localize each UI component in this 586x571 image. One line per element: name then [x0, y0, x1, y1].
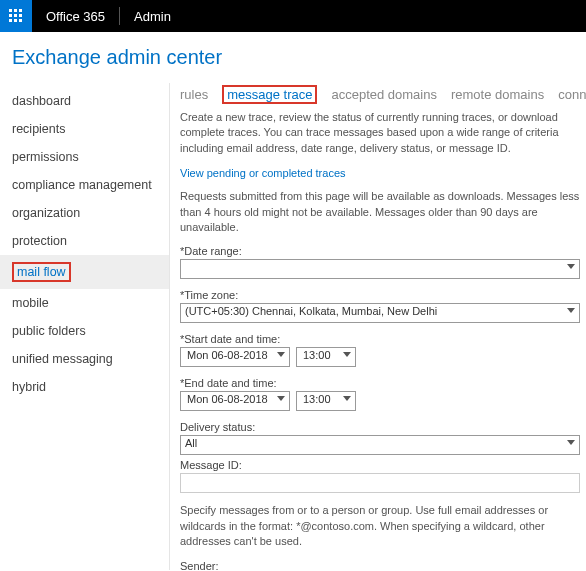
time-zone-value: (UTC+05:30) Chennai, Kolkata, Mumbai, Ne…	[185, 305, 437, 317]
description-text: Create a new trace, review the status of…	[180, 110, 586, 156]
tab-connectors[interactable]: connec	[558, 87, 586, 102]
chevron-down-icon	[343, 352, 351, 357]
start-time-value: 13:00	[303, 349, 331, 361]
delivery-status-label: Delivery status:	[180, 421, 580, 433]
end-time-value: 13:00	[303, 393, 331, 405]
chevron-down-icon	[567, 308, 575, 313]
sidebar: dashboard recipients permissions complia…	[0, 83, 170, 570]
svg-rect-7	[14, 19, 17, 22]
delivery-status-value: All	[185, 437, 197, 449]
end-date-value: Mon 06-08-2018	[187, 393, 268, 405]
filter-note: Specify messages from or to a person or …	[180, 503, 580, 549]
waffle-icon	[9, 9, 23, 23]
chevron-down-icon	[567, 440, 575, 445]
start-time-select[interactable]: 13:00	[296, 347, 356, 367]
delivery-status-select[interactable]: All	[180, 435, 580, 455]
time-zone-label: *Time zone:	[180, 289, 580, 301]
tab-rules[interactable]: rules	[180, 87, 208, 102]
message-id-input[interactable]	[180, 473, 580, 493]
chevron-down-icon	[567, 264, 575, 269]
sidebar-item-public-folders[interactable]: public folders	[0, 317, 169, 345]
end-date-select[interactable]: Mon 06-08-2018	[180, 391, 290, 411]
start-datetime-label: *Start date and time:	[180, 333, 580, 345]
chevron-down-icon	[343, 396, 351, 401]
date-range-label: *Date range:	[180, 245, 580, 257]
end-time-select[interactable]: 13:00	[296, 391, 356, 411]
message-id-label: Message ID:	[180, 459, 580, 471]
app-launcher-button[interactable]	[0, 0, 32, 32]
sidebar-item-unified-messaging[interactable]: unified messaging	[0, 345, 169, 373]
sidebar-item-organization[interactable]: organization	[0, 199, 169, 227]
chevron-down-icon	[277, 352, 285, 357]
svg-rect-8	[19, 19, 22, 22]
tab-message-trace[interactable]: message trace	[222, 85, 317, 104]
sender-label: Sender:	[180, 560, 580, 570]
page-title: Exchange admin center	[0, 32, 586, 83]
view-pending-link[interactable]: View pending or completed traces	[180, 167, 346, 179]
start-date-value: Mon 06-08-2018	[187, 349, 268, 361]
app-label: Admin	[120, 9, 185, 24]
tab-remote-domains[interactable]: remote domains	[451, 87, 544, 102]
svg-rect-4	[14, 14, 17, 17]
sidebar-item-mobile[interactable]: mobile	[0, 289, 169, 317]
time-zone-select[interactable]: (UTC+05:30) Chennai, Kolkata, Mumbai, Ne…	[180, 303, 580, 323]
date-range-select[interactable]	[180, 259, 580, 279]
sidebar-item-recipients[interactable]: recipients	[0, 115, 169, 143]
svg-rect-5	[19, 14, 22, 17]
tab-accepted-domains[interactable]: accepted domains	[331, 87, 437, 102]
sidebar-item-hybrid[interactable]: hybrid	[0, 373, 169, 401]
svg-rect-1	[14, 9, 17, 12]
tab-bar: rules message trace accepted domains rem…	[180, 87, 586, 110]
chevron-down-icon	[277, 396, 285, 401]
end-datetime-label: *End date and time:	[180, 377, 580, 389]
svg-rect-3	[9, 14, 12, 17]
sidebar-item-permissions[interactable]: permissions	[0, 143, 169, 171]
content-pane: rules message trace accepted domains rem…	[170, 83, 586, 570]
top-bar: Office 365 Admin	[0, 0, 586, 32]
brand-label: Office 365	[32, 9, 119, 24]
start-date-select[interactable]: Mon 06-08-2018	[180, 347, 290, 367]
sidebar-item-protection[interactable]: protection	[0, 227, 169, 255]
sidebar-item-compliance[interactable]: compliance management	[0, 171, 169, 199]
sidebar-item-mail-flow[interactable]: mail flow	[0, 255, 169, 289]
sidebar-item-dashboard[interactable]: dashboard	[0, 87, 169, 115]
svg-rect-0	[9, 9, 12, 12]
note-text: Requests submitted from this page will b…	[180, 189, 586, 235]
svg-rect-6	[9, 19, 12, 22]
svg-rect-2	[19, 9, 22, 12]
